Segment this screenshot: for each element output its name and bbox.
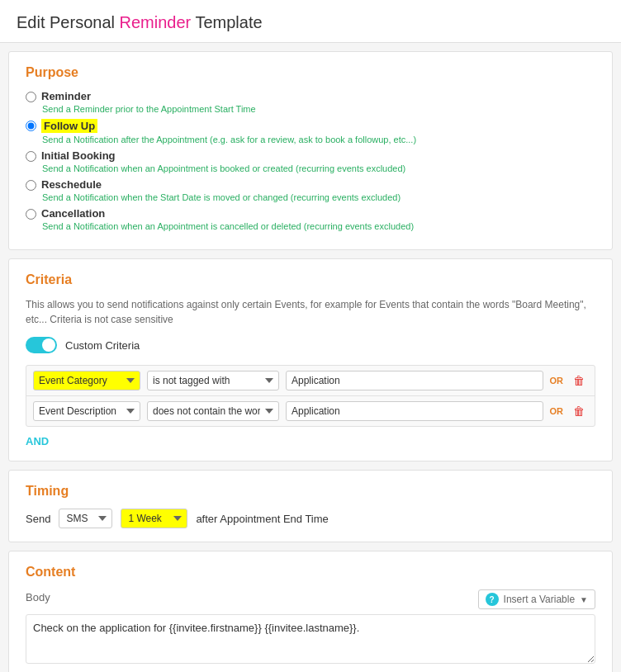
initial-booking-radio[interactable]	[26, 151, 36, 162]
title-highlight: Reminder	[120, 13, 192, 31]
criteria-table: Event Category Event Description is not …	[26, 365, 595, 427]
page-title: Edit Personal Reminder Template	[17, 13, 604, 32]
send-label: Send	[26, 513, 50, 525]
reschedule-desc: Send a Notification when the Start Date …	[42, 192, 595, 202]
insert-variable-dropdown[interactable]: ? Insert a Variable ▼	[478, 589, 595, 609]
criteria-title: Criteria	[26, 272, 595, 287]
criteria-operator-2[interactable]: does not contain the wor... contains is …	[147, 401, 279, 421]
chevron-down-icon: ▼	[580, 595, 588, 604]
custom-criteria-label: Custom Criteria	[65, 339, 140, 352]
body-label: Body	[26, 591, 50, 603]
criteria-delete-2[interactable]: 🗑	[570, 405, 588, 418]
body-textarea[interactable]: Check on the application for {{invitee.f…	[26, 614, 595, 664]
method-select[interactable]: SMS Email	[59, 509, 112, 528]
page-header: Edit Personal Reminder Template	[0, 0, 621, 43]
reminder-option[interactable]: Reminder	[26, 90, 595, 102]
criteria-field-1[interactable]: Event Category Event Description	[33, 371, 140, 390]
cancellation-radio[interactable]	[26, 209, 36, 220]
criteria-delete-1[interactable]: 🗑	[570, 374, 588, 387]
criteria-value-1[interactable]	[286, 371, 543, 390]
reminder-label[interactable]: Reminder	[41, 90, 91, 102]
custom-criteria-toggle[interactable]	[26, 337, 57, 353]
content-section: Content Body ? Insert a Variable ▼ Check…	[8, 551, 613, 672]
after-text: after Appointment End Time	[196, 513, 328, 525]
timing-title: Timing	[26, 484, 595, 499]
reschedule-option[interactable]: Reschedule	[26, 178, 595, 191]
title-part2: Template	[191, 13, 262, 31]
and-button[interactable]: AND	[26, 435, 49, 447]
reschedule-radio[interactable]	[26, 180, 36, 191]
reschedule-label[interactable]: Reschedule	[41, 178, 102, 191]
duration-select[interactable]: 1 Day 2 Days 3 Days 1 Week 2 Weeks	[121, 509, 187, 528]
initial-booking-label[interactable]: Initial Booking	[41, 149, 116, 162]
criteria-section: Criteria This allows you to send notific…	[8, 258, 613, 461]
followup-label[interactable]: Follow Up	[41, 119, 97, 133]
purpose-section: Purpose Reminder Send a Reminder prior t…	[8, 51, 613, 250]
timing-section: Timing Send SMS Email 1 Day 2 Days 3 Day…	[8, 470, 613, 542]
cancellation-desc: Send a Notification when an Appointment …	[42, 221, 595, 231]
purpose-title: Purpose	[26, 65, 595, 80]
reminder-desc: Send a Reminder prior to the Appointment…	[42, 104, 595, 114]
followup-radio[interactable]	[26, 121, 36, 131]
content-title: Content	[26, 565, 595, 580]
followup-desc: Send a Notification after the Appointmen…	[42, 135, 595, 144]
criteria-or-label-1: OR	[550, 376, 564, 386]
custom-criteria-toggle-row: Custom Criteria	[26, 337, 595, 353]
followup-option[interactable]: Follow Up	[26, 119, 595, 133]
timing-row: Send SMS Email 1 Day 2 Days 3 Days 1 Wee…	[26, 509, 595, 528]
cancellation-option[interactable]: Cancellation	[26, 207, 595, 220]
criteria-description: This allows you to send notifications ag…	[26, 297, 595, 327]
initial-booking-option[interactable]: Initial Booking	[26, 149, 595, 162]
criteria-or-label-2: OR	[550, 406, 564, 416]
initial-booking-desc: Send a Notification when an Appointment …	[42, 163, 595, 173]
cancellation-label[interactable]: Cancellation	[41, 207, 105, 220]
content-header: Body ? Insert a Variable ▼	[26, 589, 595, 609]
help-icon: ?	[486, 593, 499, 606]
insert-variable-label: Insert a Variable	[504, 594, 576, 605]
criteria-operator-1[interactable]: is not tagged with is tagged with contai…	[147, 371, 279, 390]
reminder-radio[interactable]	[26, 92, 36, 102]
criteria-row-1: Event Category Event Description is not …	[26, 366, 595, 396]
title-part1: Edit Personal	[17, 13, 120, 31]
criteria-row-2: Event Description Event Category does no…	[26, 396, 595, 426]
criteria-value-2[interactable]	[286, 401, 543, 421]
criteria-field-2[interactable]: Event Description Event Category	[33, 401, 140, 421]
